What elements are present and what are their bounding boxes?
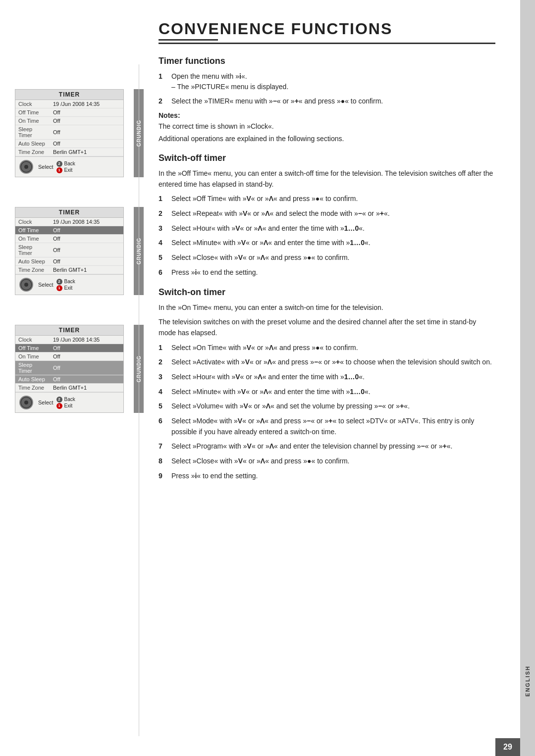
switch-off-intro: In the »Off Time« menu, you can enter a … [159, 168, 495, 190]
step-text: Select »Activate« with »V« or »Λ« and pr… [171, 357, 492, 368]
table-row-highlighted2: Sleep Timer Off [15, 361, 123, 375]
timer-header-2: TIMER [15, 207, 123, 218]
table-row: Clock 19 /Jun 2008 14:35 [15, 336, 123, 344]
row-label: Auto Sleep [15, 140, 50, 148]
row-label: On Time [15, 235, 50, 243]
row-label: Clock [15, 100, 50, 108]
row-label: Clock [15, 336, 50, 344]
list-item: 1 Select »Off Time« with »V« or »Λ« and … [159, 194, 495, 204]
row-value: Off [50, 117, 123, 125]
list-item: 1 Select »On Time« with »V« or »Λ« and p… [159, 343, 495, 353]
back-label-row: 2 Back [56, 161, 75, 167]
list-item: 2 Select »Activate« with »V« or »Λ« and … [159, 357, 495, 368]
row-value: Off [50, 108, 123, 117]
table-row: On Time Off [15, 353, 123, 361]
table-row: On Time Off [15, 235, 123, 243]
back-label-row: 2 Back [56, 397, 75, 403]
step-text: Select »Minute« with »V« or »Λ« and ente… [171, 387, 371, 398]
exit-circle: 1 [56, 403, 62, 409]
section-heading-timer: Timer functions [159, 56, 495, 66]
list-item: 4 Select »Minute« with »V« or »Λ« and en… [159, 238, 495, 249]
exit-label: Exit [64, 285, 73, 291]
step-num: 1 [159, 71, 166, 92]
row-label: Sleep Timer [15, 361, 50, 375]
row-label: On Time [15, 117, 50, 125]
exit-label-row: 1 Exit [56, 285, 75, 291]
row-value: Off [50, 226, 123, 235]
row-label: Off Time [15, 226, 50, 235]
page: TIMER Clock 19 /Jun 2008 14:35 Off Time … [0, 0, 535, 756]
step-num: 2 [159, 208, 166, 219]
step-num: 5 [159, 252, 166, 263]
list-item: 4 Select »Minute« with »V« or »Λ« and en… [159, 387, 495, 398]
row-value: 19 /Jun 2008 14:35 [50, 218, 123, 226]
table-row: Auto Sleep Off [15, 257, 123, 266]
switch-off-steps: 1 Select »Off Time« with »V« or »Λ« and … [159, 194, 495, 278]
timer-table-1: Clock 19 /Jun 2008 14:35 Off Time Off On… [15, 100, 123, 156]
table-row: Clock 19 /Jun 2008 14:35 [15, 100, 123, 108]
table-row: Clock 19 /Jun 2008 14:35 [15, 218, 123, 226]
list-item: 3 Select »Hour« with »V« or »Λ« and ente… [159, 223, 495, 234]
step-text: Select »Off Time« with »V« or »Λ« and pr… [171, 194, 358, 204]
main-content: CONVENIENCE FUNCTIONS Timer functions 1 … [144, 0, 520, 756]
list-item: 7 Select »Program« with »V« or »Λ« and e… [159, 441, 495, 452]
step-text: Select »Hour« with »V« or »Λ« and enter … [171, 372, 365, 383]
list-item: 9 Press »i« to end the setting. [159, 471, 495, 482]
row-value: Berlin GMT+1 [50, 384, 123, 392]
switch-on-steps: 1 Select »On Time« with »V« or »Λ« and p… [159, 343, 495, 482]
timer-footer-3: Select 2 Back 1 Exit [15, 392, 123, 412]
row-value: Off [50, 235, 123, 243]
table-row: On Time Off [15, 117, 123, 125]
step-text: Press »i« to end the setting. [171, 471, 258, 482]
step-text: Select »Volume« with »V« or »Λ« and set … [171, 401, 410, 412]
step-text: Open the menu with »i«.– The »PICTURE« m… [171, 71, 288, 92]
row-label: Auto Sleep [15, 257, 50, 266]
left-column: TIMER Clock 19 /Jun 2008 14:35 Off Time … [0, 0, 144, 756]
list-item: 5 Select »Close« with »V« or »Λ« and pre… [159, 252, 495, 263]
note-2: Additional operations are explained in t… [159, 134, 495, 144]
switch-on-intro1: In the »On Time« menu, you can enter a s… [159, 302, 495, 313]
timer-widget-3: TIMER Clock 19 /Jun 2008 14:35 Off Time … [15, 325, 134, 413]
step-num: 7 [159, 441, 166, 452]
step-num: 2 [159, 96, 166, 106]
exit-label-row: 1 Exit [56, 403, 75, 409]
joystick-icon [19, 160, 33, 174]
step-num: 1 [159, 343, 166, 353]
row-value: Off [50, 140, 123, 148]
page-title: CONVENIENCE FUNCTIONS [159, 20, 495, 44]
row-label: Time Zone [15, 148, 50, 156]
step-text: Select »Repeat« with »V« or »Λ« and sele… [171, 208, 390, 219]
timer-footer-2: Select 2 Back 1 Exit [15, 274, 123, 295]
row-label: Sleep Timer [15, 243, 50, 257]
exit-label: Exit [64, 167, 73, 173]
page-number: 29 [495, 738, 520, 756]
step-num: 8 [159, 456, 166, 467]
row-value: 19 /Jun 2008 14:35 [50, 336, 123, 344]
back-label: Back [64, 279, 75, 284]
exit-label-row: 1 Exit [56, 167, 75, 173]
table-row: Auto Sleep Off [15, 140, 123, 148]
row-label: Time Zone [15, 266, 50, 274]
exit-circle: 1 [56, 167, 62, 173]
exit-label: Exit [64, 403, 73, 408]
step-num: 6 [159, 267, 166, 278]
row-value: Off [50, 344, 123, 353]
list-item: 8 Select »Close« with »V« or »Λ« and pre… [159, 456, 495, 467]
timer-table-3: Clock 19 /Jun 2008 14:35 Off Time Off On… [15, 336, 123, 392]
row-label: Time Zone [15, 384, 50, 392]
step-text: Select »Program« with »V« or »Λ« and ent… [171, 441, 452, 452]
row-value: Off [50, 353, 123, 361]
list-item: 1 Open the menu with »i«.– The »PICTURE«… [159, 71, 495, 92]
table-row-highlighted: Off Time Off [15, 226, 123, 235]
step-text: Select »Close« with »V« or »Λ« and press… [171, 252, 349, 263]
back-label-row: 2 Back [56, 279, 75, 285]
row-value: Berlin GMT+1 [50, 266, 123, 274]
row-label: Clock [15, 218, 50, 226]
timer-header-1: TIMER [15, 90, 123, 100]
step-text: Select »Minute« with »V« or »Λ« and ente… [171, 238, 371, 249]
notes-box: Notes: The correct time is shown in »Clo… [159, 111, 495, 144]
note-1: The correct time is shown in »Clock«. [159, 121, 495, 132]
joystick-icon [19, 278, 33, 292]
select-label-1: Select [38, 164, 54, 170]
row-value: Off [50, 361, 123, 375]
